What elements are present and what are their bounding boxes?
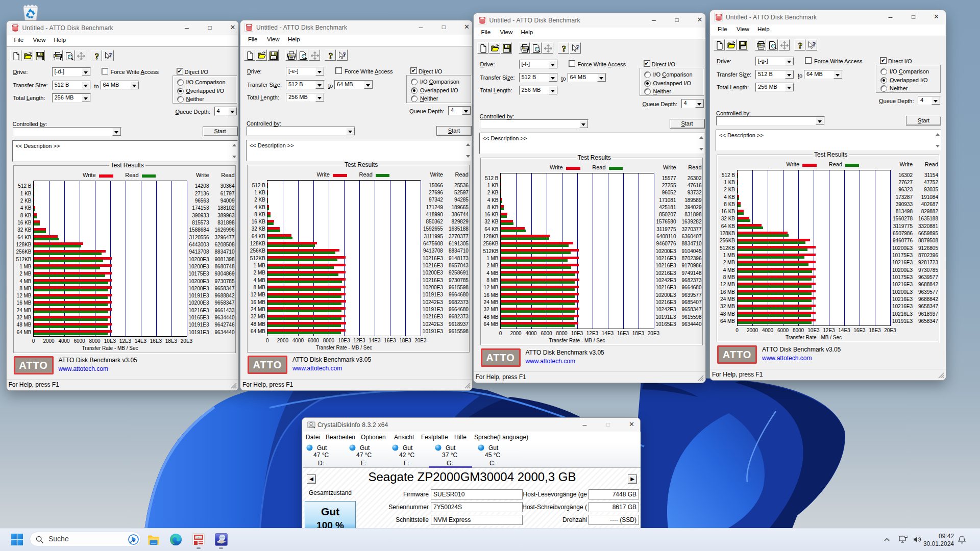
svg-text:?: ? <box>343 51 346 58</box>
svg-text:?: ? <box>576 44 579 51</box>
svg-text:?: ? <box>109 52 112 59</box>
svg-text:?: ? <box>561 44 566 53</box>
svg-text:?: ? <box>94 52 99 61</box>
svg-text:?: ? <box>813 41 816 48</box>
svg-text:?: ? <box>329 51 333 60</box>
svg-text:?: ? <box>798 41 803 50</box>
